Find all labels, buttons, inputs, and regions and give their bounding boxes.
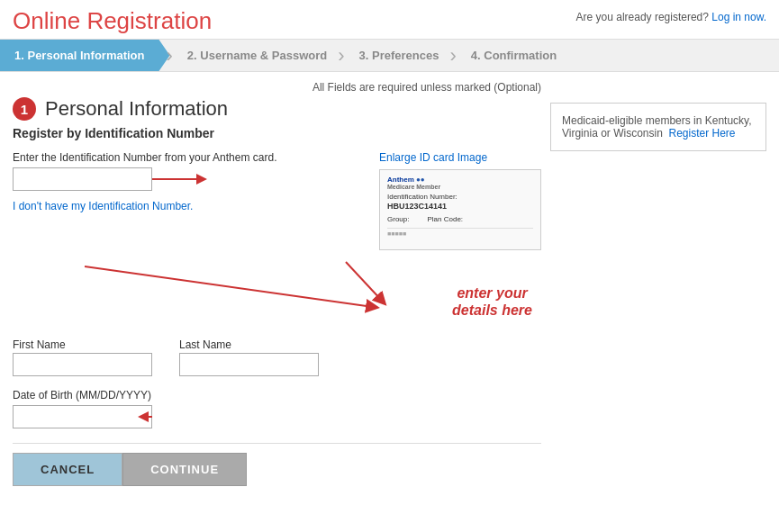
left-panel: All Fields are required unless marked (O… bbox=[13, 81, 541, 486]
last-name-input[interactable] bbox=[179, 353, 319, 376]
annotation-area: enter yourdetails here bbox=[13, 257, 541, 329]
step-arrow-3: › bbox=[449, 44, 456, 68]
step-3-preferences[interactable]: 3. Preferences bbox=[341, 40, 454, 71]
main-content: All Fields are required unless marked (O… bbox=[0, 72, 779, 495]
dob-input[interactable] bbox=[13, 405, 152, 428]
name-row: First Name Last Name bbox=[13, 338, 541, 376]
id-field-label: Enter the Identification Number from you… bbox=[13, 151, 361, 164]
step-2-username[interactable]: 2. Username & Password bbox=[169, 40, 341, 71]
id-arrow-small bbox=[152, 170, 215, 188]
id-card-image: Anthem ●● Medicare Member Identification… bbox=[379, 169, 541, 250]
id-right: Enlarge ID card Image Anthem ●● Medicare… bbox=[379, 151, 541, 250]
last-name-group: Last Name bbox=[179, 338, 319, 376]
step-arrow-1: › bbox=[167, 44, 173, 68]
svg-line-2 bbox=[346, 262, 382, 301]
no-id-link[interactable]: I don't have my Identification Number. bbox=[13, 200, 193, 212]
section-number: 1 bbox=[13, 97, 36, 121]
page-title: Online Registration bbox=[13, 7, 212, 35]
cancel-button[interactable]: CANCEL bbox=[13, 453, 122, 486]
button-row: CANCEL CONTINUE bbox=[13, 443, 541, 486]
login-prompt: Are you already registered? Log in now. bbox=[576, 11, 766, 23]
dob-group: Date of Birth (MM/DD/YYYY) bbox=[13, 387, 541, 428]
register-here-link[interactable]: Register Here bbox=[669, 127, 736, 140]
annotation-text: enter yourdetails here bbox=[452, 284, 532, 319]
first-name-input[interactable] bbox=[13, 353, 152, 376]
step-4-confirmation[interactable]: 4. Confirmation bbox=[453, 40, 571, 71]
id-card-plan: Plan Code: bbox=[427, 215, 463, 223]
first-name-label: First Name bbox=[13, 338, 152, 351]
section-header: 1 Personal Information bbox=[13, 97, 541, 121]
section-title: Personal Information bbox=[45, 97, 228, 121]
id-card-id-value: HBU123C14141 bbox=[387, 202, 533, 211]
step-1-personal[interactable]: 1. Personal Information bbox=[0, 40, 170, 71]
last-name-label: Last Name bbox=[179, 338, 319, 351]
continue-button[interactable]: CONTINUE bbox=[122, 453, 247, 486]
id-card-id-label: Identification Number: bbox=[387, 193, 533, 201]
id-card-group: Group: bbox=[387, 215, 409, 223]
id-section: Enter the Identification Number from you… bbox=[13, 151, 541, 250]
id-number-input[interactable] bbox=[13, 167, 152, 191]
id-card-brand: Anthem ●● Medicare Member bbox=[387, 176, 533, 190]
page-header: Online Registration Are you already regi… bbox=[0, 0, 779, 39]
first-name-group: First Name bbox=[13, 338, 152, 376]
step-navigation: 1. Personal Information › 2. Username & … bbox=[0, 39, 779, 72]
dob-arrow bbox=[152, 408, 206, 426]
svg-line-1 bbox=[85, 266, 373, 307]
enlarge-link[interactable]: Enlarge ID card Image bbox=[379, 151, 487, 164]
dob-label: Date of Birth (MM/DD/YYYY) bbox=[13, 389, 151, 401]
id-left: Enter the Identification Number from you… bbox=[13, 151, 361, 212]
id-card-footer: ■■■■■ bbox=[387, 228, 533, 237]
sub-section-title: Register by Identification Number bbox=[13, 126, 541, 140]
right-panel: Medicaid-eligible members in Kentucky, V… bbox=[550, 103, 766, 151]
required-note: All Fields are required unless marked (O… bbox=[13, 81, 541, 94]
login-link[interactable]: Log in now. bbox=[711, 11, 766, 23]
step-arrow-2: › bbox=[338, 44, 344, 68]
